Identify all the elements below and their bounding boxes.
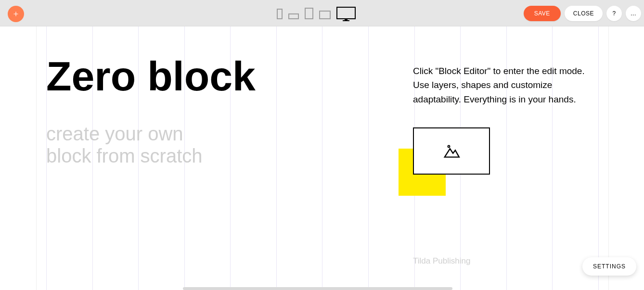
close-button[interactable]: CLOSE bbox=[565, 6, 603, 21]
mountain-image-icon bbox=[442, 142, 461, 160]
svg-point-0 bbox=[448, 146, 450, 148]
settings-button[interactable]: SETTINGS bbox=[582, 257, 636, 276]
device-phone-landscape[interactable] bbox=[288, 13, 299, 19]
top-actions: SAVE CLOSE ? ... bbox=[524, 6, 641, 21]
device-phone-portrait[interactable] bbox=[277, 9, 283, 19]
device-tablet-portrait[interactable] bbox=[305, 8, 313, 19]
add-block-button[interactable] bbox=[8, 6, 24, 22]
save-button[interactable]: SAVE bbox=[524, 6, 561, 21]
editor-canvas[interactable]: Zero block create your own block from sc… bbox=[36, 26, 609, 290]
help-button[interactable]: ? bbox=[606, 6, 622, 21]
device-desktop[interactable] bbox=[336, 7, 356, 19]
image-placeholder[interactable] bbox=[413, 127, 490, 175]
device-preview-switcher bbox=[277, 7, 356, 19]
headline-text[interactable]: Zero block bbox=[46, 55, 256, 97]
subheadline-text[interactable]: create your own block from scratch bbox=[46, 123, 203, 167]
more-button[interactable]: ... bbox=[626, 6, 641, 21]
credit-text[interactable]: Tilda Publishing bbox=[413, 256, 470, 266]
device-tablet-landscape[interactable] bbox=[319, 11, 331, 19]
horizontal-scrollbar[interactable] bbox=[183, 287, 452, 290]
top-toolbar: SAVE CLOSE ? ... bbox=[0, 0, 644, 26]
plus-icon bbox=[13, 11, 19, 17]
body-text[interactable]: Click "Block Editor" to enter the edit m… bbox=[413, 64, 601, 106]
